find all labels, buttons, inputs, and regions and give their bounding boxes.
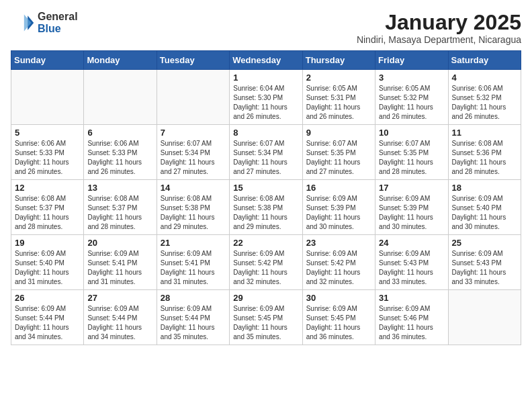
day-info: Sunrise: 6:09 AMSunset: 5:45 PMDaylight:… <box>306 304 371 342</box>
day-number: 8 <box>233 128 298 138</box>
day-info: Sunrise: 6:09 AMSunset: 5:40 PMDaylight:… <box>452 194 517 232</box>
calendar-cell: 4Sunrise: 6:06 AMSunset: 5:32 PMDaylight… <box>448 70 521 125</box>
calendar-cell: 13Sunrise: 6:08 AMSunset: 5:37 PMDayligh… <box>84 180 157 235</box>
day-info: Sunrise: 6:09 AMSunset: 5:44 PMDaylight:… <box>87 304 152 342</box>
calendar-cell: 14Sunrise: 6:08 AMSunset: 5:38 PMDayligh… <box>157 180 229 235</box>
day-number: 18 <box>452 183 517 193</box>
logo-text: General Blue <box>38 11 78 35</box>
day-number: 4 <box>452 73 517 83</box>
weekday-header: Tuesday <box>157 51 229 70</box>
day-number: 28 <box>161 293 226 303</box>
day-info: Sunrise: 6:09 AMSunset: 5:43 PMDaylight:… <box>452 249 517 287</box>
day-info: Sunrise: 6:09 AMSunset: 5:42 PMDaylight:… <box>306 249 371 287</box>
day-info: Sunrise: 6:04 AMSunset: 5:30 PMDaylight:… <box>233 84 298 122</box>
day-number: 6 <box>87 128 152 138</box>
calendar-cell: 26Sunrise: 6:09 AMSunset: 5:44 PMDayligh… <box>11 290 84 345</box>
calendar-cell: 28Sunrise: 6:09 AMSunset: 5:44 PMDayligh… <box>157 290 229 345</box>
day-number: 26 <box>15 293 80 303</box>
day-number: 2 <box>306 73 371 83</box>
day-info: Sunrise: 6:05 AMSunset: 5:31 PMDaylight:… <box>306 84 371 122</box>
month-title: January 2025 <box>357 11 521 34</box>
calendar-cell: 9Sunrise: 6:07 AMSunset: 5:35 PMDaylight… <box>302 125 375 180</box>
day-number: 29 <box>233 293 298 303</box>
calendar-cell: 10Sunrise: 6:07 AMSunset: 5:35 PMDayligh… <box>375 125 448 180</box>
day-info: Sunrise: 6:09 AMSunset: 5:45 PMDaylight:… <box>233 304 298 342</box>
calendar-cell: 5Sunrise: 6:06 AMSunset: 5:33 PMDaylight… <box>11 125 84 180</box>
day-number: 25 <box>452 238 517 248</box>
location: Nindiri, Masaya Department, Nicaragua <box>357 34 521 45</box>
day-info: Sunrise: 6:06 AMSunset: 5:32 PMDaylight:… <box>452 84 517 122</box>
calendar-cell: 3Sunrise: 6:05 AMSunset: 5:32 PMDaylight… <box>375 70 448 125</box>
calendar-cell: 7Sunrise: 6:07 AMSunset: 5:34 PMDaylight… <box>157 125 229 180</box>
day-info: Sunrise: 6:07 AMSunset: 5:34 PMDaylight:… <box>161 139 226 177</box>
day-info: Sunrise: 6:09 AMSunset: 5:43 PMDaylight:… <box>379 249 444 287</box>
day-info: Sunrise: 6:06 AMSunset: 5:33 PMDaylight:… <box>87 139 152 177</box>
calendar-cell: 29Sunrise: 6:09 AMSunset: 5:45 PMDayligh… <box>230 290 302 345</box>
calendar-cell: 17Sunrise: 6:09 AMSunset: 5:39 PMDayligh… <box>375 180 448 235</box>
day-number: 30 <box>306 293 371 303</box>
svg-marker-1 <box>24 14 32 31</box>
calendar-week-row: 1Sunrise: 6:04 AMSunset: 5:30 PMDaylight… <box>11 70 521 125</box>
day-number: 16 <box>306 183 371 193</box>
day-number: 13 <box>87 183 152 193</box>
day-number: 14 <box>161 183 226 193</box>
day-number: 15 <box>233 183 298 193</box>
day-info: Sunrise: 6:08 AMSunset: 5:37 PMDaylight:… <box>15 194 80 232</box>
day-info: Sunrise: 6:07 AMSunset: 5:34 PMDaylight:… <box>233 139 298 177</box>
day-number: 7 <box>161 128 226 138</box>
weekday-header: Wednesday <box>230 51 302 70</box>
day-info: Sunrise: 6:09 AMSunset: 5:39 PMDaylight:… <box>306 194 371 232</box>
day-number: 31 <box>379 293 444 303</box>
calendar-cell: 22Sunrise: 6:09 AMSunset: 5:42 PMDayligh… <box>230 235 302 290</box>
day-info: Sunrise: 6:08 AMSunset: 5:38 PMDaylight:… <box>233 194 298 232</box>
calendar-cell <box>11 70 84 125</box>
day-number: 20 <box>87 238 152 248</box>
calendar-cell <box>448 290 521 345</box>
day-number: 9 <box>306 128 371 138</box>
day-info: Sunrise: 6:07 AMSunset: 5:35 PMDaylight:… <box>306 139 371 177</box>
calendar-cell: 24Sunrise: 6:09 AMSunset: 5:43 PMDayligh… <box>375 235 448 290</box>
day-number: 24 <box>379 238 444 248</box>
calendar-cell: 31Sunrise: 6:09 AMSunset: 5:46 PMDayligh… <box>375 290 448 345</box>
weekday-header: Monday <box>84 51 157 70</box>
day-info: Sunrise: 6:09 AMSunset: 5:40 PMDaylight:… <box>15 249 80 287</box>
day-info: Sunrise: 6:07 AMSunset: 5:35 PMDaylight:… <box>379 139 444 177</box>
calendar-header-row: SundayMondayTuesdayWednesdayThursdayFrid… <box>11 51 521 70</box>
day-info: Sunrise: 6:09 AMSunset: 5:41 PMDaylight:… <box>161 249 226 287</box>
weekday-header: Sunday <box>11 51 84 70</box>
day-number: 23 <box>306 238 371 248</box>
calendar-cell: 21Sunrise: 6:09 AMSunset: 5:41 PMDayligh… <box>157 235 229 290</box>
day-number: 1 <box>233 73 298 83</box>
calendar-cell <box>157 70 229 125</box>
day-info: Sunrise: 6:09 AMSunset: 5:46 PMDaylight:… <box>379 304 444 342</box>
calendar-week-row: 26Sunrise: 6:09 AMSunset: 5:44 PMDayligh… <box>11 290 521 345</box>
day-number: 19 <box>15 238 80 248</box>
calendar-cell: 27Sunrise: 6:09 AMSunset: 5:44 PMDayligh… <box>84 290 157 345</box>
logo-general: General <box>38 11 78 23</box>
title-block: January 2025 Nindiri, Masaya Department,… <box>357 11 521 45</box>
weekday-header: Thursday <box>302 51 375 70</box>
calendar-cell: 2Sunrise: 6:05 AMSunset: 5:31 PMDaylight… <box>302 70 375 125</box>
day-info: Sunrise: 6:05 AMSunset: 5:32 PMDaylight:… <box>379 84 444 122</box>
weekday-header: Saturday <box>448 51 521 70</box>
day-info: Sunrise: 6:09 AMSunset: 5:44 PMDaylight:… <box>161 304 226 342</box>
logo-blue: Blue <box>38 23 78 35</box>
calendar-cell: 12Sunrise: 6:08 AMSunset: 5:37 PMDayligh… <box>11 180 84 235</box>
logo: General Blue <box>11 11 78 35</box>
weekday-header: Friday <box>375 51 448 70</box>
day-number: 10 <box>379 128 444 138</box>
calendar-cell: 15Sunrise: 6:08 AMSunset: 5:38 PMDayligh… <box>230 180 302 235</box>
day-number: 3 <box>379 73 444 83</box>
day-number: 27 <box>87 293 152 303</box>
calendar-cell: 6Sunrise: 6:06 AMSunset: 5:33 PMDaylight… <box>84 125 157 180</box>
page-header: General Blue January 2025 Nindiri, Masay… <box>11 11 521 45</box>
calendar-cell: 25Sunrise: 6:09 AMSunset: 5:43 PMDayligh… <box>448 235 521 290</box>
day-info: Sunrise: 6:09 AMSunset: 5:42 PMDaylight:… <box>233 249 298 287</box>
calendar-table: SundayMondayTuesdayWednesdayThursdayFrid… <box>11 50 521 345</box>
calendar-cell: 8Sunrise: 6:07 AMSunset: 5:34 PMDaylight… <box>230 125 302 180</box>
calendar-week-row: 12Sunrise: 6:08 AMSunset: 5:37 PMDayligh… <box>11 180 521 235</box>
day-info: Sunrise: 6:09 AMSunset: 5:39 PMDaylight:… <box>379 194 444 232</box>
day-info: Sunrise: 6:08 AMSunset: 5:38 PMDaylight:… <box>161 194 226 232</box>
calendar-week-row: 19Sunrise: 6:09 AMSunset: 5:40 PMDayligh… <box>11 235 521 290</box>
day-number: 22 <box>233 238 298 248</box>
